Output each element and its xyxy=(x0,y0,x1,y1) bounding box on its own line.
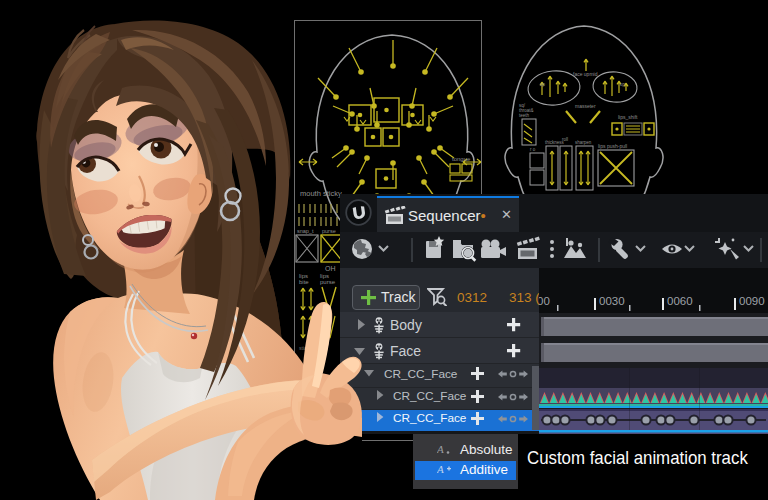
svg-text:A: A xyxy=(437,443,444,455)
svg-text:A: A xyxy=(437,463,444,475)
